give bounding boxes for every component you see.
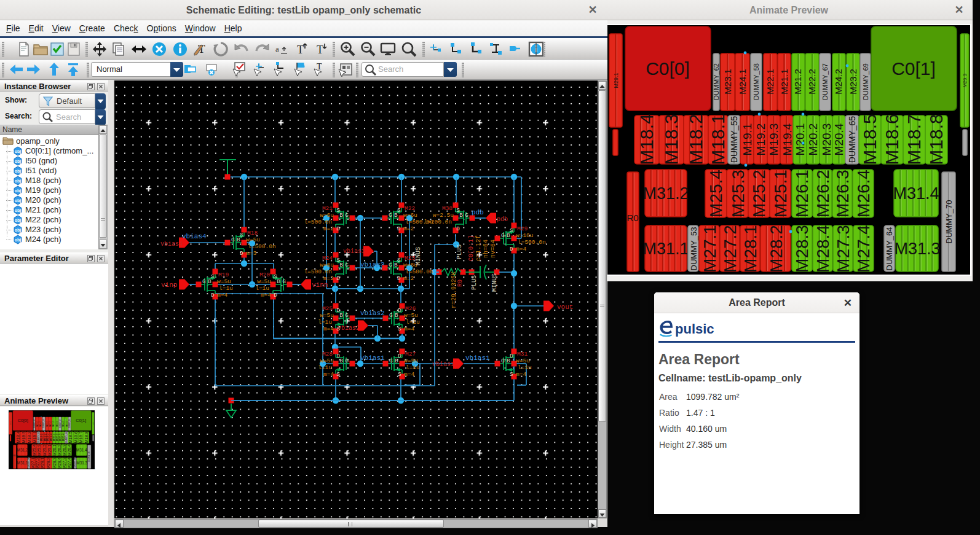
- svg-text:B: B: [394, 262, 398, 268]
- svg-text:w=2.5u: w=2.5u: [433, 212, 454, 219]
- svg-text:M26: M26: [405, 305, 416, 312]
- svg-text:m=4: m=4: [323, 371, 334, 378]
- svg-text:vbias2: vbias2: [360, 310, 385, 317]
- svg-text:a: a: [275, 44, 279, 53]
- svg-text:l=1u: l=1u: [518, 364, 532, 371]
- svg-text:l=500.0n: l=500.0n: [405, 268, 433, 275]
- svg-text:l=1u: l=1u: [219, 285, 233, 292]
- svg-text:D: D: [336, 225, 340, 232]
- svg-text:vbias1: vbias1: [360, 354, 385, 362]
- svg-text:M19: M19: [218, 271, 229, 278]
- svg-text:w=5u: w=5u: [257, 278, 271, 285]
- svg-text:obj: obj: [15, 149, 22, 154]
- svg-text:S: S: [336, 326, 340, 332]
- svg-text:l=500.0n: l=500.0n: [248, 243, 276, 250]
- svg-text:w=6u: w=6u: [403, 212, 417, 219]
- svg-text:w=5u: w=5u: [320, 357, 334, 364]
- svg-text:S: S: [398, 371, 401, 378]
- svg-text:w=6u: w=6u: [320, 212, 334, 219]
- svg-text:G: G: [282, 278, 286, 285]
- svg-text:G: G: [345, 312, 349, 319]
- svg-text:l=1u: l=1u: [318, 364, 332, 371]
- svg-text:G: G: [345, 357, 349, 364]
- svg-text:M29: M29: [517, 225, 528, 232]
- svg-text:m=2: m=2: [323, 275, 334, 282]
- svg-text:obj: obj: [15, 208, 22, 213]
- svg-text:vout: vout: [557, 303, 573, 311]
- svg-text:R0: R0: [457, 279, 464, 287]
- svg-text:S: S: [397, 207, 401, 214]
- svg-text:vbias4: vbias4: [160, 241, 183, 248]
- svg-text:M22: M22: [405, 205, 415, 212]
- svg-text:obj: obj: [15, 218, 22, 223]
- svg-text:l=1u: l=1u: [255, 285, 269, 292]
- svg-text:D: D: [336, 275, 340, 282]
- svg-text:pdb: pdb: [497, 216, 508, 223]
- svg-text:S: S: [240, 232, 243, 238]
- svg-text:m=2: m=2: [323, 225, 334, 232]
- svg-text:M20: M20: [259, 271, 270, 278]
- svg-text:l=500.0n: l=500.0n: [304, 268, 332, 275]
- svg-text:M18: M18: [247, 230, 258, 236]
- svg-text:m=4: m=4: [404, 326, 414, 332]
- svg-text:T: T: [297, 44, 304, 56]
- svg-text:S: S: [510, 371, 513, 378]
- svg-text:vbias3: vbias3: [343, 248, 365, 255]
- svg-text:G: G: [389, 212, 392, 219]
- svg-text:vbias4: vbias4: [182, 233, 207, 240]
- svg-text:vbias2: vbias2: [338, 325, 360, 332]
- svg-text:m=4: m=4: [217, 292, 227, 299]
- svg-text:B: B: [507, 232, 510, 239]
- svg-text:M28: M28: [322, 351, 333, 357]
- svg-text:B: B: [395, 357, 398, 364]
- svg-text:m=4: m=4: [516, 246, 526, 252]
- svg-text:S: S: [397, 257, 401, 264]
- svg-text:M21: M21: [322, 205, 333, 212]
- svg-text:D: D: [274, 292, 277, 299]
- svg-text:S: S: [211, 273, 215, 280]
- svg-text:G: G: [345, 262, 349, 268]
- svg-text:r=29.9325K: r=29.9325K: [451, 271, 457, 308]
- svg-text:m=4: m=4: [323, 326, 334, 332]
- svg-text:l=1u: l=1u: [406, 319, 420, 326]
- svg-text:B: B: [339, 312, 343, 319]
- svg-text:vbias1: vbias1: [465, 354, 490, 362]
- svg-text:B: B: [277, 278, 280, 285]
- svg-text:M31: M31: [517, 351, 528, 357]
- svg-text:m=4: m=4: [516, 371, 526, 378]
- svg-text:G: G: [231, 236, 235, 243]
- svg-text:l=1u: l=1u: [406, 364, 420, 371]
- svg-text:PLUS: PLUS: [456, 244, 463, 259]
- svg-text:vbias3: vbias3: [360, 261, 385, 268]
- svg-text:l=1u: l=1u: [318, 319, 332, 326]
- svg-text:D: D: [398, 353, 401, 359]
- svg-text:m=2: m=2: [403, 275, 414, 282]
- svg-text:m=4: m=4: [404, 371, 414, 378]
- svg-text:S: S: [336, 371, 340, 378]
- svg-text:D: D: [240, 250, 243, 257]
- svg-text:D: D: [456, 225, 460, 232]
- svg-text:G: G: [202, 278, 206, 285]
- svg-text:D: D: [397, 225, 401, 232]
- svg-text:l=500.0n: l=500.0n: [304, 219, 332, 225]
- svg-text:m=3: m=3: [246, 250, 256, 257]
- svg-text:obj: obj: [15, 189, 22, 193]
- svg-text:nv=64: nv=64: [490, 240, 497, 258]
- svg-text:w=6u: w=6u: [320, 262, 334, 268]
- svg-text:G: G: [345, 212, 349, 219]
- svg-text:obj: obj: [15, 159, 22, 164]
- svg-text:M24: M24: [322, 255, 333, 262]
- svg-text:obj: obj: [15, 198, 22, 203]
- svg-text:G: G: [465, 212, 468, 219]
- svg-text:vinn: vinn: [312, 281, 328, 289]
- svg-text:obj: obj: [15, 238, 22, 243]
- svg-text:PLUS: PLUS: [471, 275, 478, 290]
- svg-text:B: B: [394, 212, 398, 219]
- svg-text:C0[0:1]: C0[0:1]: [468, 235, 475, 261]
- svg-text:B: B: [395, 312, 398, 319]
- svg-text:G: G: [389, 262, 392, 268]
- svg-text:D: D: [510, 246, 513, 252]
- svg-text:pdb: pdb: [472, 209, 484, 216]
- svg-text:B: B: [507, 357, 510, 364]
- svg-text:B: B: [339, 357, 343, 364]
